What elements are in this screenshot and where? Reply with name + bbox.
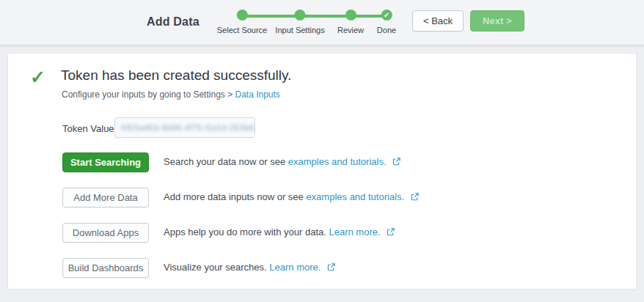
- external-link-icon[interactable]: [392, 157, 400, 168]
- examples-tutorials-link[interactable]: examples and tutorials.: [288, 156, 387, 167]
- step-label: Select Source: [217, 26, 267, 34]
- step-dot-complete-icon: [236, 10, 247, 21]
- success-check-icon: ✓: [30, 67, 45, 88]
- wizard-nav-buttons: < Back Next >: [412, 10, 524, 32]
- page-title: Add Data: [147, 15, 200, 29]
- action-description: Visualize your searches. Learn more.: [164, 262, 335, 273]
- action-row: Start Searching Search your data now or …: [62, 152, 621, 172]
- external-link-icon[interactable]: [411, 192, 419, 203]
- step-dot-complete-icon: [295, 10, 306, 21]
- step-dot-complete-icon: [345, 10, 356, 21]
- token-value-label: Token Value: [62, 123, 114, 134]
- configure-hint: Configure your inputs by going to Settin…: [62, 89, 280, 100]
- data-inputs-link[interactable]: Data Inputs: [235, 89, 279, 100]
- add-more-data-button[interactable]: Add More Data: [62, 188, 149, 207]
- back-button[interactable]: < Back: [412, 10, 464, 32]
- action-row: Build Dashboards Visualize your searches…: [62, 257, 621, 278]
- progress-stepper: Select Source Input Settings Review ✓ Do…: [224, 6, 407, 41]
- learn-more-link[interactable]: Learn more.: [329, 226, 380, 237]
- step-select-source: Select Source: [217, 10, 267, 34]
- action-row: Download Apps Apps help you do more with…: [62, 222, 621, 243]
- external-link-icon[interactable]: [387, 227, 395, 238]
- action-row: Add More Data Add more data inputs now o…: [62, 187, 621, 207]
- step-done-check-icon: ✓: [381, 10, 392, 21]
- start-searching-button[interactable]: Start Searching: [62, 152, 149, 172]
- token-value-field[interactable]: 6fE5a4Eb-8d96-4f75-Ga1d-2E5b67c7e8: [114, 117, 255, 138]
- description-text: Search your data now or see: [164, 156, 288, 167]
- description-text: Apps help you do more with your data.: [164, 226, 329, 237]
- description-text: Add more data inputs now or see: [164, 191, 306, 202]
- build-dashboards-button[interactable]: Build Dashboards: [62, 258, 149, 278]
- download-apps-button[interactable]: Download Apps: [62, 223, 149, 243]
- step-input-settings: Input Settings: [275, 10, 324, 34]
- description-text: Visualize your searches.: [164, 262, 269, 273]
- action-description: Add more data inputs now or see examples…: [164, 191, 419, 203]
- action-description: Search your data now or see examples and…: [164, 156, 400, 168]
- action-description: Apps help you do more with your data. Le…: [164, 226, 395, 238]
- examples-tutorials-link[interactable]: examples and tutorials.: [306, 191, 404, 202]
- checkmark-icon: ✓: [384, 10, 389, 21]
- step-label: Input Settings: [275, 26, 324, 34]
- next-button[interactable]: Next >: [470, 10, 524, 32]
- token-value-redacted: 6fE5a4Eb-8d96-4f75-Ga1d-2E5b67c7e8: [121, 123, 255, 132]
- step-done: ✓ Done: [377, 10, 396, 34]
- step-label: Done: [377, 26, 396, 34]
- learn-more-link[interactable]: Learn more.: [269, 262, 321, 273]
- configure-text: Configure your inputs by going to Settin…: [62, 89, 235, 100]
- external-link-icon[interactable]: [327, 262, 335, 273]
- step-review: Review: [337, 10, 364, 34]
- wizard-header: Add Data Select Source Input Settings Re…: [0, 0, 644, 45]
- step-label: Review: [337, 26, 364, 34]
- success-heading: Token has been created successfully.: [61, 67, 291, 84]
- result-panel: ✓ Token has been created successfully. C…: [7, 53, 637, 290]
